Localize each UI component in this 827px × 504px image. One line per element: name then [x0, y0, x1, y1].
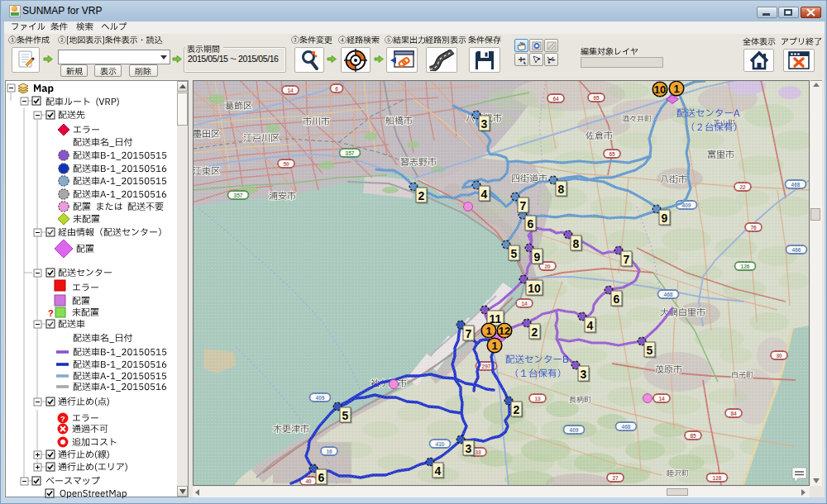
- svg-text:?: ?: [48, 308, 54, 318]
- svg-text:?: ?: [60, 414, 65, 423]
